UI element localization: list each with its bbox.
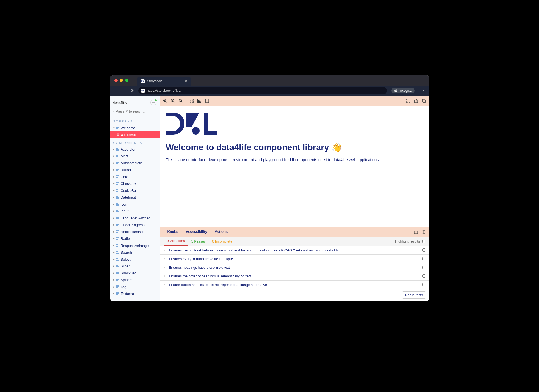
sidebar-item-tag[interactable]: ▸Tag <box>110 284 160 291</box>
sidebar-item-notificationbar[interactable]: ▸NotificationBar <box>110 229 160 236</box>
chevron-right-icon: ▸ <box>113 223 115 227</box>
result-row[interactable]: 〉Ensure button and link text is not repe… <box>160 281 429 289</box>
maximize-window-button[interactable] <box>125 79 128 82</box>
close-addons-button[interactable] <box>422 230 425 234</box>
component-icon <box>116 272 119 274</box>
reload-button[interactable]: ⟳ <box>131 88 134 93</box>
addon-tab-accessibility[interactable]: Accessibility <box>182 230 211 234</box>
result-row[interactable]: 〉Ensures the contrast between foreground… <box>160 246 429 255</box>
close-tab-button[interactable]: × <box>185 79 187 83</box>
sidebar-item-search[interactable]: ▸Search <box>110 249 160 256</box>
sidebar-item-card[interactable]: ▸Card <box>110 173 160 180</box>
browser-menu-button[interactable]: ⋮ <box>421 88 425 93</box>
result-checkbox[interactable] <box>422 257 425 260</box>
sidebar-item-alert[interactable]: ▸Alert <box>110 153 160 160</box>
component-icon <box>116 196 119 199</box>
sidebar-item-spinner[interactable]: ▸Spinner <box>110 277 160 284</box>
close-window-button[interactable] <box>114 79 118 82</box>
sidebar-item-icon[interactable]: ▸Icon <box>110 201 160 208</box>
sidebar-item-textarea[interactable]: ▸Textarea <box>110 290 160 297</box>
viewport-button[interactable] <box>205 99 209 103</box>
search-input[interactable] <box>116 110 156 113</box>
sidebar-item-accordion[interactable]: ▸Accordion <box>110 146 160 153</box>
component-icon <box>116 189 119 192</box>
search-field[interactable] <box>113 109 157 114</box>
chevron-right-icon: ▸ <box>113 285 115 289</box>
sidebar-item-checkbox[interactable]: ▸Checkbox <box>110 180 160 187</box>
component-icon <box>116 127 119 129</box>
result-row[interactable]: 〉Ensures every id attribute value is uni… <box>160 255 429 263</box>
violations-tab[interactable]: 0 Violations <box>164 237 188 246</box>
result-checkbox[interactable] <box>422 266 425 269</box>
addon-tab-knobs[interactable]: Knobs <box>164 230 182 234</box>
sidebar-story-welcome[interactable]: Welcome <box>110 131 160 138</box>
result-row[interactable]: 〉Ensures headings have discernible text <box>160 263 429 272</box>
background-button[interactable] <box>197 99 201 103</box>
sidebar-item-label: Alert <box>121 154 128 159</box>
d4l-logo <box>166 113 423 135</box>
sidebar-item-cookiebar[interactable]: ▸CookieBar <box>110 187 160 194</box>
chevron-right-icon: ▸ <box>113 203 115 206</box>
sidebar-item-label: Spinner <box>121 277 133 283</box>
svg-rect-14 <box>192 99 193 100</box>
zoom-reset-button[interactable] <box>179 99 183 103</box>
sidebar-item-label: Radio <box>121 236 130 241</box>
sidebar-item-label: LinearProgress <box>121 222 145 228</box>
sidebar-item-slider[interactable]: ▸Slider <box>110 263 160 270</box>
result-checkbox[interactable] <box>422 248 425 252</box>
sidebar-menu-button[interactable]: ⋯ <box>150 100 156 105</box>
sidebar-item-label: Icon <box>121 202 128 207</box>
sidebar-item-linearprogress[interactable]: ▸LinearProgress <box>110 221 160 229</box>
sidebar-item-radio[interactable]: ▸Radio <box>110 235 160 242</box>
chevron-right-icon: ▸ <box>113 271 115 275</box>
sidebar-item-button[interactable]: ▸Button <box>110 166 160 173</box>
back-button[interactable]: ← <box>114 88 118 93</box>
chevron-right-icon: ▸ <box>113 189 115 193</box>
chevron-right-icon: ▸ <box>113 175 115 179</box>
a11y-sub-tabs: 0 Violations 5 Passes 0 Incomplete Highl… <box>160 237 429 246</box>
open-tab-button[interactable] <box>414 99 418 103</box>
svg-line-5 <box>166 101 167 102</box>
incomplete-tab[interactable]: 0 Incomplete <box>209 237 235 246</box>
zoom-out-button[interactable] <box>171 99 175 103</box>
svg-line-12 <box>181 101 182 102</box>
bookmark-icon <box>116 133 119 136</box>
new-tab-button[interactable]: + <box>196 77 199 83</box>
browser-tab[interactable]: D4L Storybook × <box>137 77 191 86</box>
sidebar-item-input[interactable]: ▸Input <box>110 208 160 215</box>
sidebar-item-select[interactable]: ▸Select <box>110 256 160 263</box>
chevron-right-icon: ▸ <box>113 209 115 213</box>
rerun-tests-button[interactable]: Rerun tests <box>402 291 426 299</box>
fullscreen-button[interactable] <box>406 99 410 103</box>
toolbar: ← → ⟳ D4L https://storybook.d4l.io/ Inco… <box>110 86 429 96</box>
sidebar-item-snackbar[interactable]: ▸SnackBar <box>110 270 160 277</box>
grid-button[interactable] <box>190 99 194 103</box>
result-row[interactable]: 〉Ensures the order of headings is semant… <box>160 272 429 281</box>
chevron-down-icon: ▾ <box>113 126 115 130</box>
result-checkbox[interactable] <box>422 274 425 278</box>
highlight-checkbox[interactable] <box>422 240 425 243</box>
result-text: Ensures headings have discernible text <box>169 265 230 270</box>
orientation-button[interactable] <box>414 230 418 234</box>
sidebar-item-responsiveimage[interactable]: ▸ResponsiveImage <box>110 242 160 249</box>
passes-tab[interactable]: 5 Passes <box>188 237 209 246</box>
result-checkbox[interactable] <box>422 283 425 286</box>
addon-tabs: KnobsAccessibilityActions <box>160 227 429 237</box>
sidebar-item-welcome[interactable]: ▾Welcome <box>110 125 160 132</box>
svg-line-3 <box>114 111 114 112</box>
addon-tab-actions[interactable]: Actions <box>211 230 231 234</box>
copy-link-button[interactable] <box>422 99 426 103</box>
zoom-in-button[interactable] <box>163 99 167 103</box>
sidebar-item-autocomplete[interactable]: ▸Autocomplete <box>110 160 160 167</box>
minimize-window-button[interactable] <box>120 79 123 82</box>
search-icon <box>113 110 114 113</box>
address-bar[interactable]: D4L https://storybook.d4l.io/ <box>138 87 387 94</box>
sidebar-item-dateinput[interactable]: ▸DateInput <box>110 194 160 201</box>
highlight-label: Highlight results <box>395 239 420 243</box>
sidebar-item-label: DateInput <box>121 195 136 200</box>
sidebar-item-label: Textarea <box>121 291 134 296</box>
main-area: Welcome to data4life component library 👋… <box>160 96 429 301</box>
forward-button[interactable]: → <box>122 88 126 93</box>
tab-title: Storybook <box>147 79 182 83</box>
sidebar-item-languageswitcher[interactable]: ▸LanguageSwitcher <box>110 215 160 222</box>
